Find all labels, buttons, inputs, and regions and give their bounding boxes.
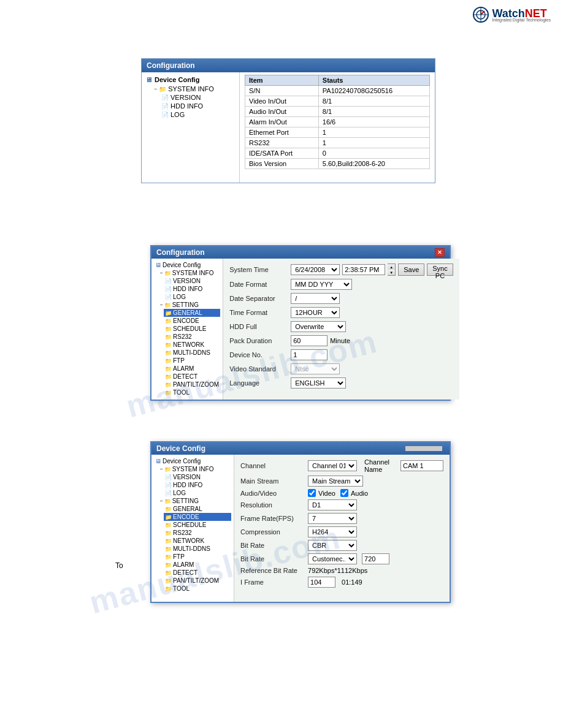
video-label: Video	[318, 490, 335, 497]
tree3-hdd[interactable]: 📄 HDD INFO	[164, 481, 231, 489]
tree3-multiddns[interactable]: 📁 MULTI-DDNS	[164, 545, 231, 553]
time-format-control: 12HOUR	[291, 307, 453, 318]
close-button[interactable]: ✕	[435, 248, 445, 257]
watchnet-logo-icon	[472, 6, 489, 23]
tree3-ptz[interactable]: 📁 PAN/TILT/ZOOM	[164, 577, 231, 585]
resolution-select[interactable]: D1	[308, 499, 357, 510]
date-format-select[interactable]: MM DD YYY	[291, 279, 352, 290]
tree2-ptz[interactable]: 📁 PAN/TILT/ZOOM	[164, 381, 220, 389]
main-stream-select[interactable]: Main Stream	[308, 476, 363, 487]
date-separator-select[interactable]: /	[291, 293, 340, 304]
folder-icon-s3d: 📁	[165, 514, 172, 520]
folder-icon-s3i: 📁	[165, 554, 172, 560]
item-label: S/N	[245, 86, 319, 96]
item-label: Alarm In/Out	[245, 117, 319, 127]
panel3-tree: 🖥 Device Config − 📁 SYSTEM INFO 📄 VERSIO…	[151, 455, 234, 602]
time-format-select[interactable]: 12HOUR	[291, 307, 340, 318]
doc-icon: 📄	[161, 103, 169, 110]
item-value: 16/6	[318, 117, 429, 127]
language-select[interactable]: ENGLISH	[291, 377, 346, 389]
table-row: IDE/SATA Port 0	[245, 148, 430, 159]
tree2-ftp[interactable]: 📁 FTP	[164, 357, 220, 365]
tree2-sysinfo[interactable]: − 📁 SYSTEM INFO	[159, 269, 220, 277]
spin-down-button[interactable]: ▼	[388, 270, 395, 275]
language-label: Language	[229, 379, 291, 387]
bit-rate-select[interactable]: CBR	[308, 540, 357, 551]
tree3-label: SCHEDULE	[173, 521, 206, 528]
tree3-alarm[interactable]: 📁 ALARM	[164, 561, 231, 569]
tree2-alarm[interactable]: 📁 ALARM	[164, 365, 220, 373]
folder-icon3: 📁	[164, 302, 171, 308]
tree2-hddinfo[interactable]: 📄 HDD INFO	[164, 285, 220, 293]
sync-pc-button[interactable]: Sync PC	[427, 264, 453, 276]
tree3-detect[interactable]: 📁 DETECT	[164, 569, 231, 577]
frame-rate-select[interactable]: 7	[308, 513, 357, 524]
item-value: 1	[318, 138, 429, 148]
main-stream-label: Main Stream	[240, 477, 308, 485]
tree3-label: SYSTEM INFO	[172, 466, 214, 472]
save-button[interactable]: Save	[398, 264, 424, 276]
tree3-general[interactable]: 📁 GENERAL	[164, 505, 231, 513]
tree-item-label: SYSTEM INFO	[168, 85, 214, 93]
item-value: 0	[318, 148, 429, 159]
tree2-label: SYSTEM INFO	[172, 270, 214, 276]
bit-rate2-num-input[interactable]	[362, 553, 389, 564]
bit-rate2-select[interactable]: Customec...	[308, 553, 357, 564]
tree3-log[interactable]: 📄 LOG	[164, 489, 231, 497]
tree-log[interactable]: 📄 LOG	[159, 110, 237, 119]
folder-icon: 📁	[159, 86, 166, 93]
video-standard-label: Video Standard	[229, 365, 291, 373]
tree-hdd-info[interactable]: 📄 HDD INFO	[159, 102, 237, 110]
video-standard-control: Ntsc	[291, 363, 453, 374]
tree3-ftp[interactable]: 📁 FTP	[164, 553, 231, 561]
tree2-multiddns[interactable]: 📁 MULTI-DDNS	[164, 349, 220, 357]
tree3-schedule[interactable]: 📁 SCHEDULE	[164, 521, 231, 529]
bit-rate2-control: Customec...	[308, 553, 443, 564]
panel2-title: Configuration	[156, 248, 205, 257]
hdd-full-select[interactable]: Overwrite	[291, 321, 346, 332]
audio-checkbox[interactable]	[340, 489, 348, 497]
compression-select[interactable]: H264	[308, 526, 357, 537]
spin-up-button[interactable]: ▲	[388, 264, 395, 270]
tree3-network[interactable]: 📁 NETWORK	[164, 537, 231, 545]
channel-name-input[interactable]	[400, 460, 443, 471]
panel2-config: Configuration ✕ 🖥 Device Config − 📁 SYST…	[150, 245, 451, 401]
system-time-date-select[interactable]: 6/24/2008	[291, 264, 340, 275]
tree3-version[interactable]: 📄 VERSION	[164, 473, 231, 481]
video-standard-select[interactable]: Ntsc	[291, 363, 340, 374]
tree2-setting[interactable]: − 📁 SETTING	[159, 301, 220, 309]
tree2-rs232[interactable]: 📁 RS232	[164, 333, 220, 341]
tree2-encode[interactable]: 📁 ENCODE	[164, 317, 220, 325]
tree-version[interactable]: 📄 VERSION	[159, 93, 237, 102]
tree3-tool[interactable]: 📁 TOOL	[164, 585, 231, 593]
tree2-general[interactable]: 📁 GENERAL	[164, 309, 220, 317]
resolution-control: D1	[308, 499, 443, 510]
channel-select[interactable]: Channel 01	[308, 460, 357, 471]
pack-duration-input[interactable]	[291, 335, 327, 346]
item-label: Audio In/Out	[245, 107, 319, 117]
tree3-sysinfo[interactable]: − 📁 SYSTEM INFO	[159, 465, 231, 473]
system-time-clock-input[interactable]	[342, 264, 385, 275]
tree2-log[interactable]: 📄 LOG	[164, 293, 220, 301]
tree2-schedule[interactable]: 📁 SCHEDULE	[164, 325, 220, 333]
i-frame-input[interactable]	[308, 577, 335, 588]
tree2-label: ALARM	[173, 365, 194, 372]
i-frame-label: I Frame	[240, 578, 308, 586]
panel2-tree: 🖥 Device Config − 📁 SYSTEM INFO 📄 VERSIO…	[151, 259, 223, 400]
tree2-label: VERSION	[173, 278, 201, 284]
tree2-network[interactable]: 📁 NETWORK	[164, 341, 220, 349]
tree3-rs232[interactable]: 📁 RS232	[164, 529, 231, 537]
table-row: S/N PA102240708G250516	[245, 86, 430, 96]
tree2-detect[interactable]: 📁 DETECT	[164, 373, 220, 381]
frame-rate-label: Frame Rate(FPS)	[240, 515, 308, 522]
tree3-encode[interactable]: 📁 ENCODE	[164, 513, 231, 521]
tree2-label: FTP	[173, 357, 185, 364]
device-no-input[interactable]	[291, 349, 327, 360]
video-checkbox[interactable]	[308, 489, 316, 497]
tree3-setting[interactable]: − 📁 SETTING	[159, 497, 231, 505]
tree2-version[interactable]: 📄 VERSION	[164, 277, 220, 285]
tree2-tool[interactable]: 📁 TOOL	[164, 389, 220, 396]
tree-system-info[interactable]: − 📁 SYSTEM INFO	[151, 85, 237, 93]
table-row: Bios Version 5.60,Build:2008-6-20	[245, 159, 430, 169]
bit-rate-control: CBR	[308, 540, 443, 551]
